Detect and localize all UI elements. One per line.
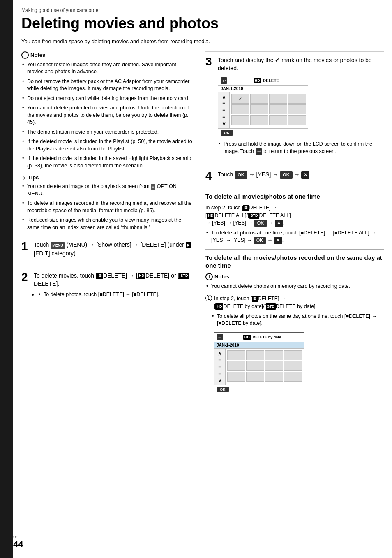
thumb2 (265, 361, 283, 371)
screen-bottom-bar: OK (218, 128, 308, 137)
down-chevron: ∨ (222, 120, 226, 127)
thumb (288, 104, 306, 114)
thumb2 (246, 350, 264, 360)
delete-by-date-step-text: In step 2, touch [⊞DELETE] → [HDDELETE b… (214, 295, 317, 310)
x-photo-all: ✕ (274, 237, 282, 244)
screen-delete-by-date-label: DELETE by date (253, 335, 281, 339)
return-icon: ↩ (221, 77, 227, 84)
tips-list: You can delete an image on the playback … (21, 183, 194, 231)
up-chevron: ∧ (222, 94, 226, 100)
delete-by-date-title: To delete all the movies/photos recorded… (205, 254, 384, 270)
step-4-content: Touch OK → [YES] → OK → ✕. (218, 170, 384, 182)
thumb2 (265, 372, 283, 382)
hd-badge-all2: HD (207, 213, 214, 219)
step-4-number: 4 (205, 170, 214, 182)
down-chevron2: ∨ (218, 377, 222, 383)
note-item: Do not eject memory card while deleting … (21, 95, 194, 102)
notes-label2: Notes (214, 273, 229, 280)
hd-badge2: HD (138, 273, 145, 279)
divider (205, 188, 384, 188)
thumb2 (246, 372, 264, 382)
step-2-sub-item: To delete photos, touch [■DELETE] → [■DE… (38, 291, 194, 299)
screen-body2: ∧ ≡≡≡ ∨ (214, 349, 304, 385)
hd-badge-all: ⊞ (243, 205, 249, 211)
step-2-text: To delete movies, touch [⊞DELETE] → [HDD… (34, 271, 194, 288)
ok-all: OK (254, 220, 267, 227)
std-badge-date: STD (266, 303, 276, 310)
hd-label2: HD (243, 335, 251, 340)
delete-all-note: To delete all photos at one time, touch … (205, 229, 384, 244)
screen-top-bar2: ↩ HD DELETE by date (214, 333, 304, 342)
menu-icon: MENU (51, 242, 65, 249)
screen-date-label2: JAN-1-2010 (214, 342, 304, 349)
step-1: 1 Touch MENU (MENU) → [Show others] → [D… (21, 236, 194, 261)
left-strip (0, 0, 13, 558)
thumb (250, 104, 268, 114)
note-item: If the deleted movie is included in the … (21, 138, 194, 153)
sidebar-icons2: ≡≡≡ (218, 357, 221, 377)
delete-by-date-sub: To delete all photos on the same day at … (211, 313, 384, 327)
thumb (250, 94, 268, 104)
note-item: You cannot restore images once they are … (21, 61, 194, 76)
thumb (288, 94, 306, 104)
return-icon2: ↩ (217, 334, 223, 340)
thumb-checked (231, 94, 249, 104)
step-3-content: Touch and display the ✔ mark on the movi… (218, 56, 384, 160)
step-3-note: Press and hold the image down on the LCD… (218, 141, 384, 155)
screen-thumbnails2 (226, 349, 304, 385)
ok-button-screen2: OK (217, 387, 229, 392)
step-2-number: 2 (21, 271, 30, 300)
notes-section-header: i Notes (21, 51, 194, 59)
ok-button-screen: OK (221, 130, 233, 136)
std-badge: STD (179, 273, 189, 279)
thumb2 (246, 361, 264, 371)
hd-badge-date2: HD (215, 303, 223, 310)
circle-1: 1 (205, 295, 212, 301)
step-2: 2 To delete movies, touch [⊞DELETE] → [H… (21, 267, 194, 300)
delete-all-notes: To delete all photos at one time, touch … (205, 229, 384, 244)
thumb (269, 115, 287, 125)
delete-by-date-notes-list: You cannot delete photos on memory card … (205, 283, 384, 290)
step-1-text: Touch MENU (MENU) → [Show others] → [DEL… (34, 241, 194, 257)
hd-badge-date: ⊞ (252, 296, 258, 302)
note-item: The demonstration movie on your camcorde… (21, 129, 194, 136)
x-all: ✕ (275, 220, 283, 227)
step-2-sub: To delete photos, touch [■DELETE] → [■DE… (38, 291, 194, 299)
screen-body: ∧ ≡≡≡ ∨ (218, 92, 308, 128)
delete-all-text: In step 2, touch [⊞DELETE] → [HDDELETE A… (205, 204, 384, 227)
x-btn-step4: ✕ (301, 171, 309, 179)
hd-badge: ⊞ (97, 273, 103, 279)
screen-thumbnails (230, 92, 308, 128)
screen-delete-label: DELETE (263, 79, 279, 83)
step-1-content: Touch MENU (MENU) → [Show others] → [DEL… (34, 241, 194, 261)
thumb2 (284, 361, 302, 371)
option-icon: ≡ (151, 184, 155, 190)
screen-bottom-bar2: OK (214, 385, 304, 394)
ok-photo-all: OK (254, 237, 266, 244)
note-item: Do not remove the battery pack or the AC… (21, 78, 194, 93)
delete-by-date-sub-item: To delete all photos on the same day at … (211, 313, 384, 327)
page-num-label: US (13, 535, 18, 539)
return-icon-inline: ↩ (256, 148, 262, 155)
tips-section-header: ☼ Tips (21, 174, 194, 181)
page-title: Deleting movies and photos (21, 15, 384, 32)
tips-icon: ☼ (21, 174, 26, 181)
screen-sidebar2: ∧ ≡≡≡ ∨ (214, 349, 226, 385)
step-3-text: Touch and display the ✔ mark on the movi… (218, 56, 384, 73)
delete-by-date-notes-header: i Notes (205, 273, 384, 280)
notes-list: You cannot restore images once they are … (21, 61, 194, 170)
tip-item: To delete all images recorded in the rec… (21, 200, 194, 214)
hd-label: HD (254, 78, 261, 83)
step-4: 4 Touch OK → [YES] → OK → ✕. (205, 166, 384, 182)
thumb2 (284, 350, 302, 360)
thumb2 (284, 372, 302, 382)
thumb2 (265, 350, 283, 360)
screen-top-bar: ↩ HD DELETE (218, 76, 308, 86)
screen-mockup-step3: ↩ HD DELETE JAN-1-2010 ∧ (218, 76, 308, 137)
thumb2 (227, 350, 245, 360)
step-4-text: Touch OK → [YES] → OK → ✕. (218, 170, 384, 179)
sidebar-icons: ≡≡≡ (222, 100, 225, 120)
note-item: If the deleted movie is included in the … (21, 155, 194, 169)
screen-date-label: JAN-1-2010 (218, 86, 308, 92)
thumb (250, 115, 268, 125)
